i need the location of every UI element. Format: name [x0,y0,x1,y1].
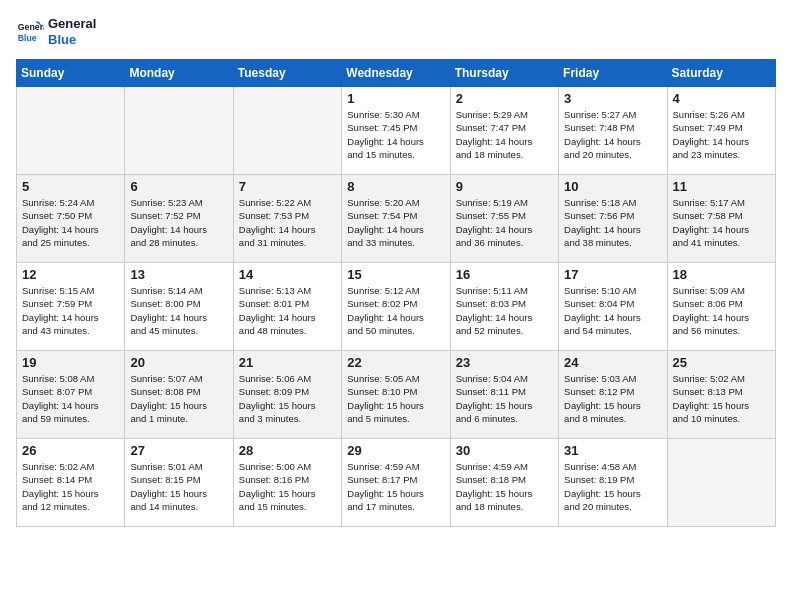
day-number: 31 [564,443,661,458]
calendar-cell: 10Sunrise: 5:18 AM Sunset: 7:56 PM Dayli… [559,175,667,263]
day-number: 23 [456,355,553,370]
day-number: 13 [130,267,227,282]
logo: General Blue General Blue [16,16,96,47]
day-number: 20 [130,355,227,370]
calendar-cell: 9Sunrise: 5:19 AM Sunset: 7:55 PM Daylig… [450,175,558,263]
day-number: 8 [347,179,444,194]
day-info: Sunrise: 5:29 AM Sunset: 7:47 PM Dayligh… [456,108,553,161]
day-info: Sunrise: 5:03 AM Sunset: 8:12 PM Dayligh… [564,372,661,425]
calendar-cell: 7Sunrise: 5:22 AM Sunset: 7:53 PM Daylig… [233,175,341,263]
day-info: Sunrise: 5:26 AM Sunset: 7:49 PM Dayligh… [673,108,770,161]
calendar-cell: 8Sunrise: 5:20 AM Sunset: 7:54 PM Daylig… [342,175,450,263]
day-info: Sunrise: 5:02 AM Sunset: 8:13 PM Dayligh… [673,372,770,425]
day-number: 26 [22,443,119,458]
day-number: 27 [130,443,227,458]
page-header: General Blue General Blue [16,16,776,47]
calendar-cell: 17Sunrise: 5:10 AM Sunset: 8:04 PM Dayli… [559,263,667,351]
day-number: 19 [22,355,119,370]
col-friday: Friday [559,60,667,87]
day-info: Sunrise: 5:20 AM Sunset: 7:54 PM Dayligh… [347,196,444,249]
calendar-cell: 3Sunrise: 5:27 AM Sunset: 7:48 PM Daylig… [559,87,667,175]
calendar-table: Sunday Monday Tuesday Wednesday Thursday… [16,59,776,527]
calendar-cell: 16Sunrise: 5:11 AM Sunset: 8:03 PM Dayli… [450,263,558,351]
calendar-cell: 23Sunrise: 5:04 AM Sunset: 8:11 PM Dayli… [450,351,558,439]
day-number: 2 [456,91,553,106]
day-info: Sunrise: 4:59 AM Sunset: 8:18 PM Dayligh… [456,460,553,513]
day-number: 9 [456,179,553,194]
day-number: 16 [456,267,553,282]
day-number: 15 [347,267,444,282]
day-number: 22 [347,355,444,370]
day-info: Sunrise: 5:13 AM Sunset: 8:01 PM Dayligh… [239,284,336,337]
day-info: Sunrise: 5:10 AM Sunset: 8:04 PM Dayligh… [564,284,661,337]
day-number: 21 [239,355,336,370]
calendar-cell: 19Sunrise: 5:08 AM Sunset: 8:07 PM Dayli… [17,351,125,439]
calendar-cell: 20Sunrise: 5:07 AM Sunset: 8:08 PM Dayli… [125,351,233,439]
calendar-cell: 13Sunrise: 5:14 AM Sunset: 8:00 PM Dayli… [125,263,233,351]
day-info: Sunrise: 5:09 AM Sunset: 8:06 PM Dayligh… [673,284,770,337]
day-number: 3 [564,91,661,106]
col-sunday: Sunday [17,60,125,87]
day-info: Sunrise: 4:59 AM Sunset: 8:17 PM Dayligh… [347,460,444,513]
day-info: Sunrise: 4:58 AM Sunset: 8:19 PM Dayligh… [564,460,661,513]
day-number: 7 [239,179,336,194]
day-info: Sunrise: 5:19 AM Sunset: 7:55 PM Dayligh… [456,196,553,249]
day-number: 5 [22,179,119,194]
day-info: Sunrise: 5:07 AM Sunset: 8:08 PM Dayligh… [130,372,227,425]
day-number: 30 [456,443,553,458]
col-saturday: Saturday [667,60,775,87]
calendar-cell: 26Sunrise: 5:02 AM Sunset: 8:14 PM Dayli… [17,439,125,527]
calendar-cell: 11Sunrise: 5:17 AM Sunset: 7:58 PM Dayli… [667,175,775,263]
day-info: Sunrise: 5:02 AM Sunset: 8:14 PM Dayligh… [22,460,119,513]
calendar-cell [667,439,775,527]
calendar-cell [125,87,233,175]
calendar-cell: 21Sunrise: 5:06 AM Sunset: 8:09 PM Dayli… [233,351,341,439]
col-thursday: Thursday [450,60,558,87]
calendar-header: Sunday Monday Tuesday Wednesday Thursday… [17,60,776,87]
day-number: 10 [564,179,661,194]
logo-blue: Blue [48,32,76,47]
day-info: Sunrise: 5:30 AM Sunset: 7:45 PM Dayligh… [347,108,444,161]
day-info: Sunrise: 5:23 AM Sunset: 7:52 PM Dayligh… [130,196,227,249]
svg-text:Blue: Blue [18,32,37,42]
calendar-cell [17,87,125,175]
calendar-cell: 24Sunrise: 5:03 AM Sunset: 8:12 PM Dayli… [559,351,667,439]
day-info: Sunrise: 5:04 AM Sunset: 8:11 PM Dayligh… [456,372,553,425]
calendar-cell: 4Sunrise: 5:26 AM Sunset: 7:49 PM Daylig… [667,87,775,175]
day-number: 11 [673,179,770,194]
header-row: Sunday Monday Tuesday Wednesday Thursday… [17,60,776,87]
calendar-cell: 1Sunrise: 5:30 AM Sunset: 7:45 PM Daylig… [342,87,450,175]
day-info: Sunrise: 5:05 AM Sunset: 8:10 PM Dayligh… [347,372,444,425]
logo-icon: General Blue [16,18,44,46]
day-number: 1 [347,91,444,106]
calendar-week-row: 5Sunrise: 5:24 AM Sunset: 7:50 PM Daylig… [17,175,776,263]
calendar-cell: 28Sunrise: 5:00 AM Sunset: 8:16 PM Dayli… [233,439,341,527]
calendar-week-row: 26Sunrise: 5:02 AM Sunset: 8:14 PM Dayli… [17,439,776,527]
day-info: Sunrise: 5:12 AM Sunset: 8:02 PM Dayligh… [347,284,444,337]
calendar-cell: 27Sunrise: 5:01 AM Sunset: 8:15 PM Dayli… [125,439,233,527]
calendar-cell: 30Sunrise: 4:59 AM Sunset: 8:18 PM Dayli… [450,439,558,527]
day-info: Sunrise: 5:06 AM Sunset: 8:09 PM Dayligh… [239,372,336,425]
calendar-cell: 25Sunrise: 5:02 AM Sunset: 8:13 PM Dayli… [667,351,775,439]
calendar-cell: 15Sunrise: 5:12 AM Sunset: 8:02 PM Dayli… [342,263,450,351]
calendar-week-row: 19Sunrise: 5:08 AM Sunset: 8:07 PM Dayli… [17,351,776,439]
calendar-cell: 18Sunrise: 5:09 AM Sunset: 8:06 PM Dayli… [667,263,775,351]
day-number: 6 [130,179,227,194]
day-number: 24 [564,355,661,370]
day-number: 29 [347,443,444,458]
calendar-week-row: 12Sunrise: 5:15 AM Sunset: 7:59 PM Dayli… [17,263,776,351]
calendar-cell: 31Sunrise: 4:58 AM Sunset: 8:19 PM Dayli… [559,439,667,527]
logo-general: General [48,16,96,31]
day-number: 18 [673,267,770,282]
day-info: Sunrise: 5:18 AM Sunset: 7:56 PM Dayligh… [564,196,661,249]
calendar-cell: 14Sunrise: 5:13 AM Sunset: 8:01 PM Dayli… [233,263,341,351]
day-number: 25 [673,355,770,370]
day-info: Sunrise: 5:17 AM Sunset: 7:58 PM Dayligh… [673,196,770,249]
calendar-week-row: 1Sunrise: 5:30 AM Sunset: 7:45 PM Daylig… [17,87,776,175]
day-info: Sunrise: 5:27 AM Sunset: 7:48 PM Dayligh… [564,108,661,161]
day-number: 14 [239,267,336,282]
calendar-cell: 12Sunrise: 5:15 AM Sunset: 7:59 PM Dayli… [17,263,125,351]
col-wednesday: Wednesday [342,60,450,87]
day-info: Sunrise: 5:08 AM Sunset: 8:07 PM Dayligh… [22,372,119,425]
day-info: Sunrise: 5:22 AM Sunset: 7:53 PM Dayligh… [239,196,336,249]
